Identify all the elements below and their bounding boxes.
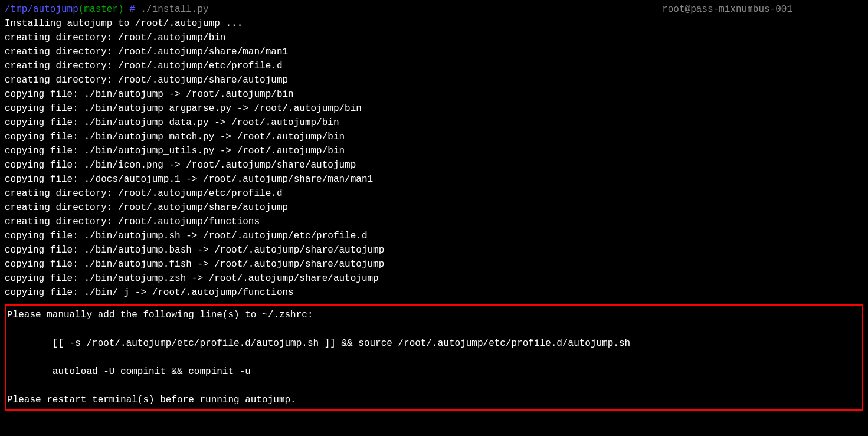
output-line: copying file: ./bin/autojump_argparse.py…: [5, 101, 863, 116]
output-line: copying file: ./bin/autojump.sh -> /root…: [5, 229, 863, 243]
output-line: copying file: ./bin/autojump.fish -> /ro…: [5, 257, 863, 271]
highlight-line: [7, 350, 861, 365]
output-line: creating directory: /root/.autojump/etc/…: [5, 59, 863, 73]
highlight-line: [7, 322, 861, 336]
highlight-line: [[ -s /root/.autojump/etc/profile.d/auto…: [7, 336, 861, 350]
highlight-content: Please manually add the following line(s…: [7, 308, 861, 407]
output-line: creating directory: /root/.autojump/bin: [5, 31, 863, 45]
highlight-line: autoload -U compinit && compinit -u: [7, 365, 861, 379]
prompt-command: ./install.py: [140, 2, 208, 17]
highlight-box: Please manually add the following line(s…: [5, 304, 863, 411]
output-line: creating directory: /root/.autojump/shar…: [5, 45, 863, 59]
terminal-output: Installing autojump to /root/.autojump .…: [5, 17, 863, 300]
output-line: copying file: ./bin/autojump.bash -> /ro…: [5, 243, 863, 257]
output-line: copying file: ./bin/autojump_utils.py ->…: [5, 144, 863, 158]
highlight-line: Please manually add the following line(s…: [7, 308, 861, 322]
output-line: creating directory: /root/.autojump/shar…: [5, 73, 863, 87]
prompt-hash: #: [124, 2, 141, 17]
highlight-line: Please restart terminal(s) before runnin…: [7, 393, 861, 407]
output-line: copying file: ./bin/autojump -> /root/.a…: [5, 87, 863, 101]
output-line: copying file: ./bin/_j -> /root/.autojum…: [5, 286, 863, 300]
highlight-line: [7, 379, 861, 393]
output-line: copying file: ./bin/autojump_data.py -> …: [5, 116, 863, 130]
output-line: copying file: ./bin/autojump.zsh -> /roo…: [5, 271, 863, 286]
output-line: creating directory: /root/.autojump/func…: [5, 215, 863, 229]
output-line: Installing autojump to /root/.autojump .…: [5, 17, 863, 31]
output-line: copying file: ./docs/autojump.1 -> /root…: [5, 172, 863, 186]
output-line: creating directory: /root/.autojump/shar…: [5, 201, 863, 215]
prompt-path: /tmp/autojump: [5, 2, 78, 17]
prompt-line[interactable]: /tmp/autojump (master) # ./install.py ro…: [5, 2, 863, 17]
output-line: copying file: ./bin/autojump_match.py ->…: [5, 130, 863, 144]
output-line: creating directory: /root/.autojump/etc/…: [5, 186, 863, 201]
output-line: copying file: ./bin/icon.png -> /root/.a…: [5, 158, 863, 172]
prompt-branch: (master): [78, 2, 124, 17]
host-info: root@pass-mixnumbus-001: [662, 2, 863, 17]
